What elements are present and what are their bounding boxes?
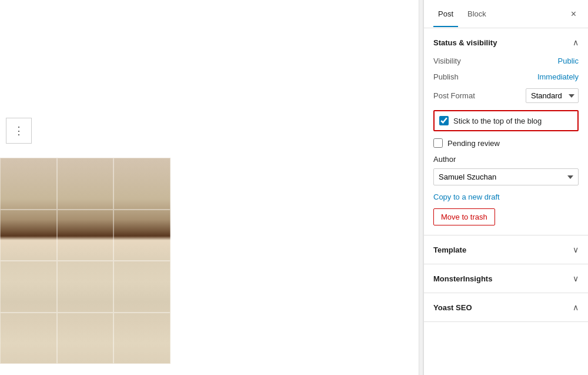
sidebar-tabs: Post Block × [424, 0, 588, 28]
visibility-label: Visibility [433, 57, 461, 65]
status-visibility-header[interactable]: Status & visibility ∧ [424, 28, 588, 57]
move-to-trash-button[interactable]: Move to trash [433, 208, 495, 225]
scrollbar [419, 0, 423, 375]
grid-cell [57, 261, 114, 313]
status-visibility-panel: Status & visibility ∧ Visibility Public … [424, 28, 588, 235]
tab-block[interactable]: Block [463, 1, 491, 26]
pending-review-row: Pending review [433, 138, 579, 148]
tab-post[interactable]: Post [433, 1, 458, 26]
collapse-icon: ∧ [573, 38, 579, 47]
sticky-row: Stick to the top of the blog [433, 110, 579, 131]
grid-cell [113, 210, 171, 261]
pending-review-label: Pending review [447, 139, 500, 148]
sticky-checkbox[interactable] [439, 116, 449, 125]
template-title: Template [433, 245, 466, 254]
publish-label: Publish [433, 72, 459, 81]
post-format-label: Post Format [433, 91, 475, 100]
editor-area: ⋮ [0, 0, 419, 375]
author-select[interactable]: Samuel Szuchan [433, 168, 579, 185]
grid-cell [0, 158, 57, 210]
block-handle[interactable]: ⋮ [6, 118, 32, 144]
close-icon[interactable]: × [569, 7, 579, 21]
monster-insights-title: MonsterInsights [433, 274, 492, 283]
publish-row: Publish Immediately [433, 72, 579, 81]
status-visibility-title: Status & visibility [433, 38, 497, 47]
yoast-seo-title: Yoast SEO [433, 303, 472, 312]
grid-cell [57, 313, 114, 364]
block-dots-icon: ⋮ [14, 125, 24, 136]
collapse-icon: ∧ [573, 303, 579, 312]
sidebar-content: Status & visibility ∧ Visibility Public … [424, 28, 588, 375]
monster-insights-header[interactable]: MonsterInsights ∨ [424, 264, 588, 293]
grid-cell [57, 210, 114, 261]
image-grid-overlay [0, 158, 171, 364]
status-visibility-body: Visibility Public Publish Immediately Po… [424, 57, 588, 235]
template-panel: Template ∨ [424, 235, 588, 264]
grid-cell [113, 158, 171, 210]
grid-cell [57, 158, 114, 210]
pending-review-checkbox[interactable] [433, 138, 443, 148]
post-format-row: Post Format Standard [433, 88, 579, 103]
sticky-label: Stick to the top of the blog [453, 117, 542, 125]
expand-icon: ∨ [573, 245, 579, 254]
post-format-select[interactable]: Standard [526, 88, 579, 103]
expand-icon: ∨ [573, 274, 579, 283]
sidebar: Post Block × Status & visibility ∧ Visib… [423, 0, 588, 375]
grid-cell [0, 313, 57, 364]
yoast-seo-panel: Yoast SEO ∧ [424, 293, 588, 322]
visibility-value[interactable]: Public [558, 57, 579, 65]
author-label: Author [433, 155, 579, 164]
publish-value[interactable]: Immediately [537, 72, 579, 81]
grid-cell [113, 261, 171, 313]
yoast-seo-header[interactable]: Yoast SEO ∧ [424, 293, 588, 321]
visibility-row: Visibility Public [433, 57, 579, 65]
grid-cell [0, 210, 57, 261]
copy-draft-link[interactable]: Copy to a new draft [433, 193, 579, 201]
image-block [0, 158, 171, 364]
grid-cell [113, 313, 171, 364]
template-header[interactable]: Template ∨ [424, 235, 588, 264]
grid-cell [0, 261, 57, 313]
monster-insights-panel: MonsterInsights ∨ [424, 264, 588, 293]
